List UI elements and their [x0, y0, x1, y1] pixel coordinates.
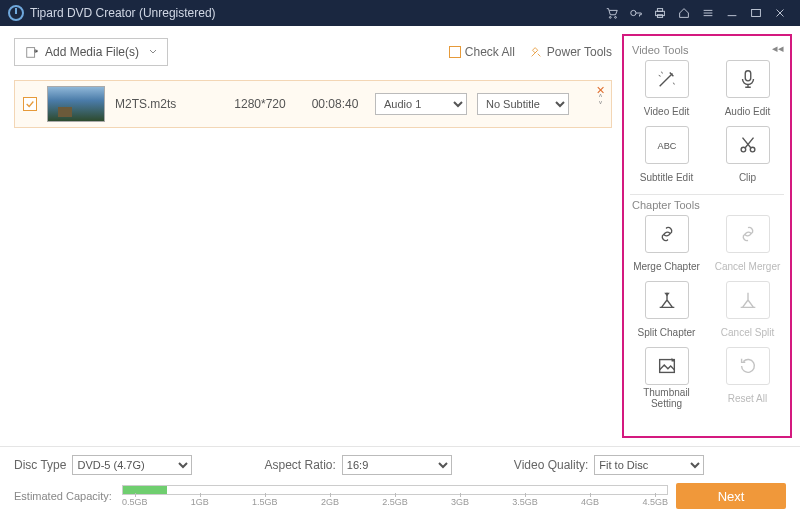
unlink-icon: [737, 223, 759, 245]
chapter-tools-title: Chapter Tools: [632, 199, 784, 211]
subtitle-edit-tool[interactable]: ABC Subtitle Edit: [630, 126, 703, 188]
audio-track-select[interactable]: Audio 1: [375, 93, 467, 115]
cancel-split-icon: [737, 289, 759, 311]
add-media-label: Add Media File(s): [45, 45, 139, 59]
capacity-label: Estimated Capacity:: [14, 490, 114, 502]
file-resolution: 1280*720: [225, 97, 295, 111]
maximize-icon[interactable]: [749, 6, 763, 20]
power-tools-button[interactable]: Power Tools: [529, 45, 612, 59]
check-all-label: Check All: [465, 45, 515, 59]
audio-edit-tool[interactable]: Audio Edit: [711, 60, 784, 122]
svg-point-11: [741, 147, 746, 152]
thumbnail-setting-label: Thumbnail Setting: [630, 387, 703, 409]
print-icon[interactable]: [653, 6, 667, 20]
app-logo-icon: [8, 5, 24, 21]
svg-rect-5: [657, 9, 662, 12]
image-icon: [656, 355, 678, 377]
scissors-icon: [737, 134, 759, 156]
capacity-bar: 0.5GB1GB1.5GB2GB2.5GB3GB3.5GB4GB4.5GB: [122, 483, 668, 509]
window-title: Tipard DVD Creator (Unregistered): [30, 6, 600, 20]
audio-edit-label: Audio Edit: [725, 100, 771, 122]
svg-rect-13: [659, 360, 674, 373]
bottom-bar: Disc Type DVD-5 (4.7G) Aspect Ratio: 16:…: [0, 446, 800, 514]
merge-chapter-tool[interactable]: Merge Chapter: [630, 215, 703, 277]
toolbar-row: Add Media File(s) Check All Power Tools: [14, 38, 612, 66]
next-button-label: Next: [718, 489, 745, 504]
thumbnail-setting-tool[interactable]: Thumbnail Setting: [630, 347, 703, 409]
power-tools-label: Power Tools: [547, 45, 612, 59]
file-duration: 00:08:40: [305, 97, 365, 111]
svg-rect-9: [745, 71, 751, 81]
abc-icon: ABC: [656, 134, 678, 156]
clip-tool[interactable]: Clip: [711, 126, 784, 188]
video-thumbnail[interactable]: [47, 86, 105, 122]
minimize-icon[interactable]: [725, 6, 739, 20]
subtitle-edit-label: Subtitle Edit: [640, 166, 693, 188]
aspect-ratio-label: Aspect Ratio:: [264, 458, 335, 472]
video-quality-select[interactable]: Fit to Disc: [594, 455, 704, 475]
link-icon: [656, 223, 678, 245]
video-tools-title: Video Tools: [632, 44, 784, 56]
menu-icon[interactable]: [701, 6, 715, 20]
move-down-icon[interactable]: ˅: [598, 102, 603, 109]
video-edit-tool[interactable]: Video Edit: [630, 60, 703, 122]
options-row: Disc Type DVD-5 (4.7G) Aspect Ratio: 16:…: [14, 455, 786, 475]
home-icon[interactable]: [677, 6, 691, 20]
microphone-icon: [737, 68, 759, 90]
close-icon[interactable]: [773, 6, 787, 20]
cancel-merge-label: Cancel Merger: [715, 255, 781, 277]
cancel-split-tool: Cancel Split: [711, 281, 784, 343]
svg-point-2: [615, 17, 617, 19]
titlebar: Tipard DVD Creator (Unregistered): [0, 0, 800, 26]
disc-type-label: Disc Type: [14, 458, 66, 472]
merge-chapter-label: Merge Chapter: [633, 255, 700, 277]
check-icon: [25, 99, 35, 109]
wand-icon: [656, 68, 678, 90]
svg-text:ABC: ABC: [657, 141, 676, 151]
disc-type-select[interactable]: DVD-5 (4.7G): [72, 455, 192, 475]
check-all-checkbox: [449, 46, 461, 58]
key-icon[interactable]: [629, 6, 643, 20]
main-area: Add Media File(s) Check All Power Tools …: [0, 26, 800, 446]
collapse-panel-icon[interactable]: ◂◂: [772, 42, 784, 55]
content-pane: Add Media File(s) Check All Power Tools …: [0, 26, 622, 446]
reset-icon: [737, 355, 759, 377]
tools-icon: [529, 45, 543, 59]
file-list-row[interactable]: M2TS.m2ts 1280*720 00:08:40 Audio 1 No S…: [14, 80, 612, 128]
svg-point-3: [631, 10, 636, 15]
svg-point-12: [750, 147, 755, 152]
next-button[interactable]: Next: [676, 483, 786, 509]
row-controls: ✕ ˄ ˅: [596, 85, 605, 109]
reset-all-label: Reset All: [728, 387, 767, 409]
svg-rect-8: [27, 48, 35, 58]
split-chapter-label: Split Chapter: [638, 321, 696, 343]
reset-all-tool: Reset All: [711, 347, 784, 409]
split-chapter-tool[interactable]: Split Chapter: [630, 281, 703, 343]
video-edit-label: Video Edit: [644, 100, 689, 122]
aspect-ratio-select[interactable]: 16:9: [342, 455, 452, 475]
cancel-split-label: Cancel Split: [721, 321, 774, 343]
subtitle-select[interactable]: No Subtitle: [477, 93, 569, 115]
file-name: M2TS.m2ts: [115, 97, 215, 111]
split-icon: [656, 289, 678, 311]
cancel-merge-tool: Cancel Merger: [711, 215, 784, 277]
cart-icon[interactable]: [605, 6, 619, 20]
check-all-toggle[interactable]: Check All: [449, 45, 515, 59]
tools-panel: ◂◂ Video Tools Video Edit Audio Edit ABC…: [622, 34, 792, 438]
capacity-row: Estimated Capacity: 0.5GB1GB1.5GB2GB2.5G…: [14, 483, 786, 509]
add-file-icon: [25, 45, 39, 59]
svg-point-1: [609, 17, 611, 19]
add-media-button[interactable]: Add Media File(s): [14, 38, 168, 66]
svg-rect-7: [752, 10, 761, 17]
file-checkbox[interactable]: [23, 97, 37, 111]
chevron-down-icon: [149, 48, 157, 56]
video-quality-label: Video Quality:: [514, 458, 589, 472]
clip-label: Clip: [739, 166, 756, 188]
